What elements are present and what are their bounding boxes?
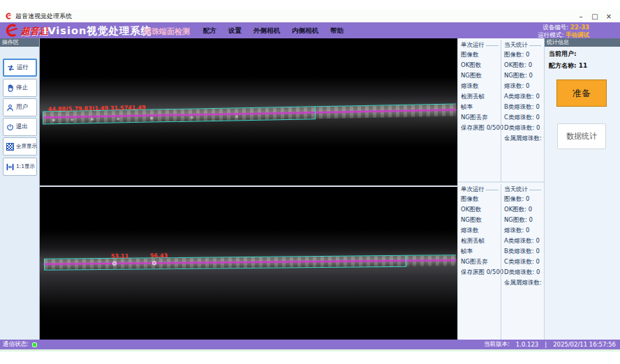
menu-help[interactable]: 帮助: [330, 26, 344, 36]
stat-value: A类熔珠数: 0: [504, 91, 542, 102]
minimize-button[interactable]: –: [575, 11, 586, 21]
menu-recipe[interactable]: 配方: [203, 26, 216, 36]
statistics-info-panel: 统计信息 当前用户: 配方名称: 11 准备 数据统计: [544, 38, 620, 340]
one-to-one-icon: [5, 162, 15, 172]
stat-value: 图像数: 0: [504, 50, 542, 60]
stat-value: 熔珠数: 0: [504, 225, 542, 236]
window-titlebar: 超音速视觉处理系统 – □ ×: [0, 10, 620, 22]
daily-stats-title: 当天统计: [504, 41, 542, 50]
bead-marker: [112, 261, 117, 266]
detection-roi-edge: [316, 104, 456, 107]
version-label: 当前版本:: [484, 340, 510, 349]
close-button[interactable]: ×: [603, 11, 614, 21]
stop-hand-icon: [5, 83, 15, 93]
one-to-one-button[interactable]: 1:1显示: [3, 158, 37, 176]
exit-button[interactable]: 退出: [3, 118, 37, 136]
stat-label: NG图数: [461, 215, 500, 225]
one-to-one-button-label: 1:1显示: [16, 163, 35, 170]
stat-value: OK图数: 0: [504, 60, 542, 70]
stat-value: NG图数: 0: [504, 215, 542, 225]
stat-value: 金属屑熔珠数: 0: [504, 133, 542, 144]
stat-label: OK图数: [461, 204, 500, 215]
stat-label: NG图丢弃: [461, 257, 500, 267]
single-run-column: 单次运行 图像数 OK图数 NG图数 熔珠数 检测丢帧 帧率 NG图丢弃 保存原…: [458, 184, 500, 340]
statistics-columns: 单次运行 图像数 OK图数 NG图数 熔珠数 检测丢帧 帧率 NG图丢弃 保存原…: [457, 38, 544, 340]
device-info: 设备编号: 22-33 运行模式: 手动调试: [538, 24, 589, 38]
app-window: 超音速视觉处理系统 – □ × 超音速 IVision视觉处理系统 熔珠端面检测…: [0, 0, 620, 364]
single-run-title: 单次运行: [461, 41, 500, 50]
stop-button-label: 停止: [16, 84, 28, 92]
measurement-annotation: 53.11: [111, 253, 128, 259]
run-mode-label: 运行模式:: [538, 31, 563, 38]
menu-settings[interactable]: 设置: [228, 26, 242, 36]
stat-value: D类熔珠数: 0: [504, 123, 542, 133]
version-info: 当前版本: 1.0.123 | 2025/02/11 16:57:56: [484, 340, 616, 349]
window-title: 超音速视觉处理系统: [15, 12, 72, 21]
desktop-background: [0, 349, 620, 364]
detection-roi-edge: [406, 255, 456, 256]
camera-image-area: 44.88(5.79.83)1.49 31.5741.49 53.11 56.4…: [40, 38, 457, 340]
measurement-annotation: 56.43: [150, 252, 168, 259]
current-user-label: 当前用户:: [549, 50, 620, 59]
stop-button[interactable]: 停止: [3, 79, 37, 97]
outer-camera-viewport: 44.88(5.79.83)1.49 31.5741.49: [40, 38, 457, 185]
stat-label: 图像数: [461, 50, 500, 60]
single-run-column: 单次运行 图像数 OK图数 NG图数 熔珠数 检测丢帧 帧率 NG图丢弃 保存原…: [458, 40, 500, 181]
run-icon: [6, 63, 15, 73]
stat-label: OK图数: [461, 60, 500, 70]
inner-camera-stats-panel: 单次运行 图像数 OK图数 NG图数 熔珠数 检测丢帧 帧率 NG图丢弃 保存原…: [458, 183, 544, 340]
run-button[interactable]: 运行: [3, 59, 37, 77]
stat-label: 图像数: [461, 194, 500, 204]
fullscreen-icon: [5, 142, 15, 151]
user-icon: [5, 103, 15, 112]
prepare-button[interactable]: 准备: [556, 79, 607, 107]
daily-stats-column: 当天统计 图像数: 0 OK图数: 0 NG图数: 0 熔珠数: 0 A类熔珠数…: [501, 40, 542, 181]
device-number-label: 设备编号:: [542, 24, 568, 31]
separator: |: [545, 341, 547, 348]
outer-camera-stats-panel: 单次运行 图像数 OK图数 NG图数 熔珠数 检测丢帧 帧率 NG图丢弃 保存原…: [458, 38, 544, 181]
stat-value: 金属屑熔珠数: 0: [504, 278, 542, 288]
restore-button[interactable]: □: [589, 11, 600, 21]
user-button-label: 用户: [16, 103, 28, 112]
stat-label: 帧率: [461, 246, 500, 257]
stat-label: 熔珠数: [461, 81, 500, 91]
sidebar-title: 操作区: [0, 38, 39, 47]
stat-value: 熔珠数: 0: [504, 81, 542, 91]
recipe-name-value: 11: [579, 62, 588, 69]
power-icon: [5, 122, 15, 132]
weld-bead-strip: 53.11 56.43: [44, 255, 456, 270]
fullscreen-button[interactable]: 全屏显示: [3, 137, 37, 156]
stat-value: B类熔珠数: 0: [504, 102, 542, 112]
stat-value: A类熔珠数: 0: [504, 236, 542, 246]
stat-value: B类熔珠数: 0: [504, 246, 542, 257]
inner-camera-viewport: 53.11 56.43: [40, 187, 457, 340]
stat-label: 保存原图 0/500: [461, 123, 500, 133]
stat-label: 保存原图 0/500: [461, 267, 500, 278]
data-statistics-button[interactable]: 数据统计: [557, 123, 606, 149]
operation-sidebar: 操作区 运行 停止 用户 退出 全屏显示: [0, 38, 40, 340]
comm-status-label: 通信状态:: [3, 340, 29, 349]
status-bar: 通信状态: 当前版本: 1.0.123 | 2025/02/11 16:57:5…: [0, 340, 620, 349]
window-controls: – □ ×: [575, 11, 614, 21]
stat-label: 熔珠数: [461, 225, 500, 236]
datetime: 2025/02/11 16:57:56: [553, 341, 616, 348]
info-panel-title: 统计信息: [545, 38, 620, 47]
run-button-label: 运行: [17, 63, 29, 72]
stat-label: 帧率: [461, 102, 500, 112]
stat-label: NG图数: [461, 70, 500, 81]
bead-markers: [52, 119, 55, 121]
fullscreen-button-label: 全屏显示: [16, 143, 37, 150]
app-header: 超音速 IVision视觉处理系统 熔珠端面检测 配方 设置 外侧相机 内侧相机…: [0, 22, 620, 38]
version-value: 1.0.123: [516, 341, 538, 348]
menu-inner-camera[interactable]: 内侧相机: [292, 26, 318, 36]
user-button[interactable]: 用户: [3, 98, 37, 116]
stat-value: C类熔珠数: 0: [504, 112, 542, 123]
bead-marker: [152, 261, 156, 265]
stat-value: 图像数: 0: [504, 194, 542, 204]
stat-value: D类熔珠数: 0: [504, 267, 542, 278]
daily-stats-title: 当天统计: [504, 185, 542, 194]
single-run-title: 单次运行: [461, 185, 500, 194]
stat-value: C类熔珠数: 0: [504, 257, 542, 267]
app-subtitle: 熔珠端面检测: [144, 26, 190, 37]
menu-outer-camera[interactable]: 外侧相机: [253, 26, 280, 36]
